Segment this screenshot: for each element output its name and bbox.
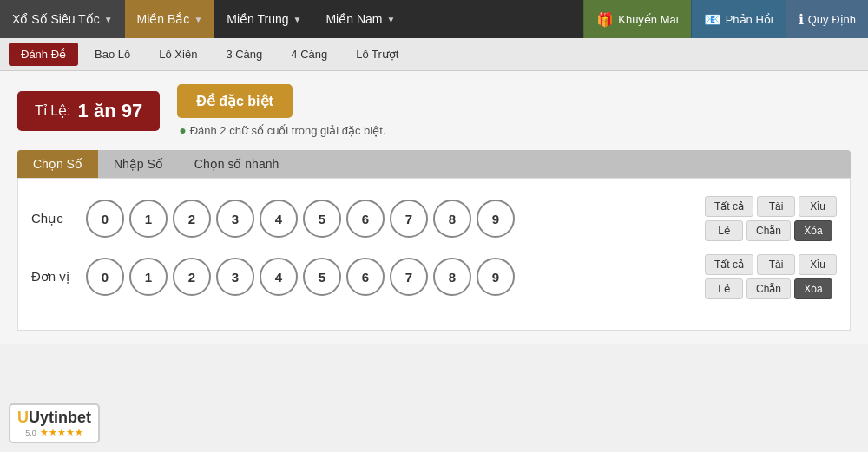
- chuc-tat-ca[interactable]: Tất cả: [705, 196, 753, 217]
- chuc-xoa[interactable]: Xóa: [794, 220, 832, 241]
- chuc-numbers: 0 1 2 3 4 5 6 7 8 9: [86, 200, 689, 238]
- chuc-tai[interactable]: Tài: [757, 196, 795, 217]
- de-dac-biet-section: Đề đặc biệt ● Đánh 2 chữ số cuối trong g…: [177, 84, 385, 137]
- don-vi-btn-0[interactable]: 0: [86, 258, 124, 296]
- tab-chon-so[interactable]: Chọn Số: [17, 150, 98, 178]
- don-vi-btn-1[interactable]: 1: [129, 258, 168, 296]
- don-vi-xoa[interactable]: Xóa: [794, 278, 832, 299]
- sub-bao-lo[interactable]: Bao Lô: [82, 43, 142, 66]
- don-vi-chan[interactable]: Chẵn: [746, 278, 791, 299]
- don-vi-xiu[interactable]: Xỉu: [799, 254, 837, 275]
- chuc-btn-8[interactable]: 8: [433, 200, 471, 238]
- nav-quy-dinh-label: Quy Định: [808, 13, 856, 26]
- nav-mien-trung[interactable]: Miền Trung ▼: [214, 0, 313, 38]
- nav-phan-hoi-label: Phản Hồi: [726, 13, 773, 26]
- chuc-qa-row2: Lẻ Chẵn Xóa: [705, 220, 837, 241]
- chuc-row: Chục 0 1 2 3 4 5 6 7 8 9 Tất cả T: [31, 196, 837, 241]
- sub-3-cang[interactable]: 3 Càng: [214, 43, 274, 66]
- ratio-row: Tỉ Lệ: 1 ăn 97 Đề đặc biệt ● Đánh 2 chữ …: [17, 84, 851, 137]
- ratio-box: Tỉ Lệ: 1 ăn 97: [17, 91, 160, 131]
- ratio-value: 1 ăn 97: [78, 100, 143, 122]
- don-vi-btn-3[interactable]: 3: [216, 258, 254, 296]
- sub-4-cang[interactable]: 4 Càng: [279, 43, 339, 66]
- chuc-btn-0[interactable]: 0: [86, 200, 124, 238]
- nav-xoso-label: Xổ Số Siêu Tốc: [12, 12, 100, 26]
- tabs-bar: Chọn Số Nhập Số Chọn số nhanh: [17, 150, 851, 178]
- don-vi-label: Đơn vị: [31, 269, 79, 285]
- chevron-down-icon: ▼: [293, 15, 302, 24]
- chuc-le[interactable]: Lẻ: [705, 220, 743, 241]
- don-vi-qa-row2: Lẻ Chẵn Xóa: [705, 278, 837, 299]
- info-icon: ℹ: [799, 11, 804, 28]
- tab-chon-so-nhanh[interactable]: Chọn số nhanh: [179, 150, 294, 178]
- nav-phan-hoi[interactable]: 📧 Phản Hồi: [691, 0, 786, 38]
- chuc-btn-1[interactable]: 1: [129, 200, 168, 238]
- top-nav: Xổ Số Siêu Tốc ▼ Miền Bắc ▼ Miền Trung ▼…: [0, 0, 868, 38]
- gift-icon: 🎁: [596, 11, 614, 28]
- nav-khuyen-mai-label: Khuyến Mãi: [618, 13, 678, 26]
- chevron-down-icon: ▼: [194, 15, 202, 24]
- de-dac-biet-button[interactable]: Đề đặc biệt: [177, 84, 293, 118]
- nav-mien-trung-label: Miền Trung: [227, 12, 288, 26]
- nav-quy-dinh[interactable]: ℹ Quy Định: [786, 0, 868, 38]
- tab-nhap-so[interactable]: Nhập Số: [98, 150, 179, 178]
- don-vi-btn-6[interactable]: 6: [346, 258, 385, 296]
- don-vi-tat-ca[interactable]: Tất cả: [705, 254, 753, 275]
- chuc-btn-7[interactable]: 7: [390, 200, 428, 238]
- don-vi-quick-actions: Tất cả Tài Xỉu Lẻ Chẵn: [705, 254, 837, 299]
- don-vi-numbers: 0 1 2 3 4 5 6 7 8 9: [86, 258, 689, 296]
- don-vi-tai[interactable]: Tài: [757, 254, 795, 275]
- feedback-icon: 📧: [704, 11, 721, 28]
- chuc-quick-actions: Tất cả Tài Xỉu Lẻ Chẵn: [705, 196, 837, 241]
- don-vi-btn-9[interactable]: 9: [477, 258, 515, 296]
- chuc-btn-3[interactable]: 3: [216, 200, 254, 238]
- don-vi-btn-4[interactable]: 4: [260, 258, 298, 296]
- sub-nav: Đánh Đề Bao Lô Lô Xiên 3 Càng 4 Càng Lô …: [0, 38, 868, 71]
- selector-area: Chục 0 1 2 3 4 5 6 7 8 9 Tất cả T: [17, 178, 851, 331]
- don-vi-btn-8[interactable]: 8: [433, 258, 471, 296]
- info-circle-icon: ●: [179, 123, 186, 137]
- don-vi-row: Đơn vị 0 1 2 3 4 5 6 7 8 9 Tất cả: [31, 254, 837, 299]
- nav-xoso[interactable]: Xổ Số Siêu Tốc ▼: [0, 0, 125, 38]
- sub-lo-xien[interactable]: Lô Xiên: [147, 43, 209, 66]
- chuc-btn-2[interactable]: 2: [173, 200, 211, 238]
- don-vi-le[interactable]: Lẻ: [705, 278, 743, 299]
- nav-mien-nam[interactable]: Miền Nam ▼: [313, 0, 407, 38]
- chuc-btn-6[interactable]: 6: [346, 200, 385, 238]
- chuc-btn-5[interactable]: 5: [303, 200, 341, 238]
- chuc-xiu[interactable]: Xỉu: [799, 196, 837, 217]
- don-vi-qa-row1: Tất cả Tài Xỉu: [705, 254, 837, 275]
- don-vi-btn-5[interactable]: 5: [303, 258, 341, 296]
- sub-lo-truot[interactable]: Lô Trượt: [344, 43, 411, 66]
- chuc-btn-4[interactable]: 4: [260, 200, 298, 238]
- sub-danh-de[interactable]: Đánh Đề: [9, 43, 78, 66]
- main-content: Tỉ Lệ: 1 ăn 97 Đề đặc biệt ● Đánh 2 chữ …: [0, 71, 868, 344]
- nav-khuyen-mai[interactable]: 🎁 Khuyến Mãi: [583, 0, 690, 38]
- nav-right: 🎁 Khuyến Mãi 📧 Phản Hồi ℹ Quy Định: [583, 0, 868, 38]
- chevron-down-icon: ▼: [104, 15, 113, 24]
- nav-mien-nam-label: Miền Nam: [326, 12, 382, 26]
- don-vi-btn-7[interactable]: 7: [390, 258, 428, 296]
- chevron-down-icon: ▼: [386, 15, 395, 24]
- chuc-chan[interactable]: Chẵn: [746, 220, 791, 241]
- nav-mien-bac[interactable]: Miền Bắc ▼: [125, 0, 215, 38]
- don-vi-btn-2[interactable]: 2: [173, 258, 211, 296]
- ratio-label: Tỉ Lệ:: [35, 102, 71, 119]
- chuc-qa-row1: Tất cả Tài Xỉu: [705, 196, 837, 217]
- nav-mien-bac-label: Miền Bắc: [137, 12, 190, 26]
- info-text: Đánh 2 chữ số cuối trong giải đặc biệt.: [190, 124, 386, 137]
- chuc-btn-9[interactable]: 9: [477, 200, 515, 238]
- chuc-label: Chục: [31, 211, 79, 226]
